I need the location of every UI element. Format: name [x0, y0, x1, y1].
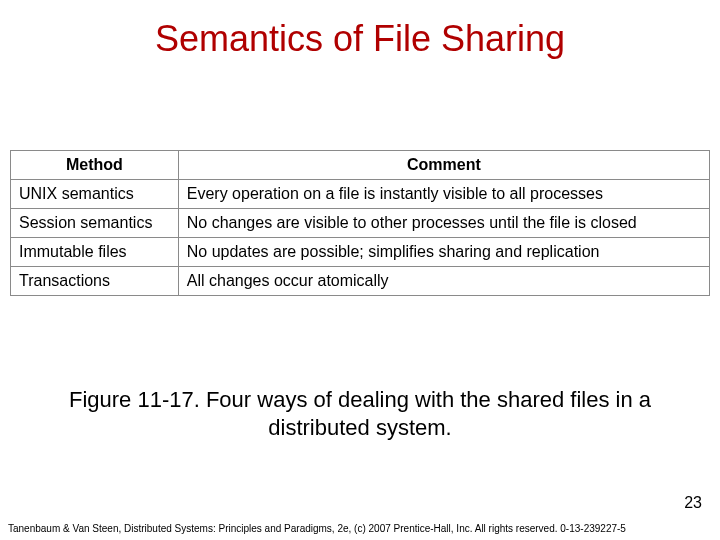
- cell-method: Session semantics: [11, 209, 179, 238]
- table-row: UNIX semantics Every operation on a file…: [11, 180, 710, 209]
- table-row: Transactions All changes occur atomicall…: [11, 267, 710, 296]
- footer-text: Tanenbaum & Van Steen, Distributed Syste…: [8, 523, 626, 534]
- table-container: Method Comment UNIX semantics Every oper…: [10, 150, 710, 296]
- table-header-row: Method Comment: [11, 151, 710, 180]
- cell-method: Immutable files: [11, 238, 179, 267]
- page-number: 23: [684, 494, 702, 512]
- cell-comment: All changes occur atomically: [178, 267, 709, 296]
- table-row: Immutable files No updates are possible;…: [11, 238, 710, 267]
- page-title: Semantics of File Sharing: [0, 0, 720, 60]
- cell-method: UNIX semantics: [11, 180, 179, 209]
- cell-comment: No updates are possible; simplifies shar…: [178, 238, 709, 267]
- cell-comment: No changes are visible to other processe…: [178, 209, 709, 238]
- cell-comment: Every operation on a file is instantly v…: [178, 180, 709, 209]
- methods-table: Method Comment UNIX semantics Every oper…: [10, 150, 710, 296]
- cell-method: Transactions: [11, 267, 179, 296]
- table-row: Session semantics No changes are visible…: [11, 209, 710, 238]
- col-header-comment: Comment: [178, 151, 709, 180]
- slide: Semantics of File Sharing Method Comment…: [0, 0, 720, 540]
- figure-caption: Figure 11-17. Four ways of dealing with …: [0, 386, 720, 441]
- col-header-method: Method: [11, 151, 179, 180]
